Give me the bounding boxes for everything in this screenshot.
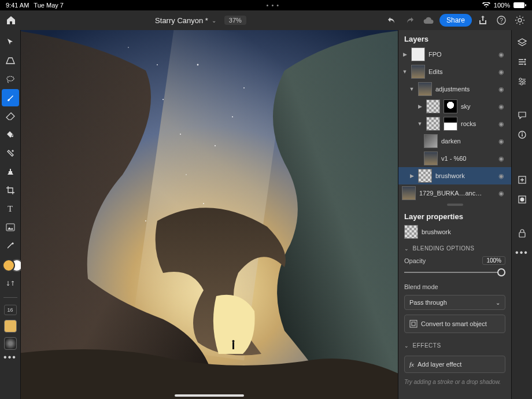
chevron-down-icon: ⌄ — [404, 343, 409, 349]
clone-stamp-tool-icon[interactable] — [2, 163, 19, 180]
layer-name: 1729_BURKA…anced-NR33 — [419, 190, 483, 197]
layer-name: sky — [461, 103, 471, 110]
fill-tool-icon[interactable] — [2, 126, 19, 143]
document-title[interactable]: Starry Canyon * ⌄ 37% — [155, 16, 246, 25]
left-toolbar: T 16 ••• — [0, 30, 21, 399]
panel-resize-handle[interactable] — [398, 202, 511, 208]
visibility-icon[interactable]: ◉ — [498, 190, 508, 197]
document-canvas[interactable] — [21, 30, 398, 399]
eyedropper-tool-icon[interactable] — [2, 237, 19, 254]
visibility-icon[interactable]: ◉ — [498, 51, 508, 58]
heal-tool-icon[interactable] — [2, 145, 19, 162]
effects-header[interactable]: ⌄ EFFECTS — [398, 338, 511, 351]
layer-row-sky[interactable]: ▶ sky ◉ — [398, 98, 511, 115]
foreground-color-swatch[interactable] — [2, 259, 15, 272]
visibility-icon[interactable]: ◉ — [498, 138, 508, 145]
svg-point-32 — [524, 64, 526, 65]
svg-point-33 — [519, 78, 522, 80]
more-tools-icon[interactable]: ••• — [2, 351, 19, 364]
layer-name: brushwork — [435, 172, 465, 179]
svg-rect-6 — [6, 224, 14, 231]
place-photo-tool-icon[interactable] — [2, 219, 19, 236]
visibility-icon[interactable]: ◉ — [498, 68, 508, 76]
layer-row-base[interactable]: 1729_BURKA…anced-NR33 ◉ — [398, 184, 511, 202]
type-tool-icon[interactable]: T — [2, 200, 19, 217]
eraser-tool-icon[interactable] — [2, 108, 19, 125]
brush-preview-swatch[interactable] — [4, 337, 17, 350]
brush-size-value[interactable]: 16 — [4, 305, 17, 315]
svg-rect-0 — [513, 2, 524, 8]
visibility-icon[interactable]: ◉ — [498, 120, 508, 128]
add-layer-effect-button[interactable]: fx Add layer effect — [404, 356, 505, 373]
blend-mode-dropdown[interactable]: Pass through ⌄ — [404, 295, 505, 310]
layers-icon[interactable] — [513, 34, 531, 51]
mask-icon[interactable] — [513, 191, 531, 208]
svg-point-4 — [518, 19, 522, 22]
comments-icon[interactable] — [513, 106, 531, 124]
svg-rect-37 — [522, 134, 523, 136]
svg-point-25 — [145, 220, 146, 221]
svg-point-28 — [232, 340, 235, 342]
cloud-icon[interactable] — [421, 13, 436, 28]
disclosure-icon[interactable]: ▼ — [402, 69, 408, 75]
blending-options-header[interactable]: ⌄ BLENDING OPTIONS — [398, 241, 511, 254]
settings-gear-icon[interactable] — [512, 13, 527, 28]
transform-tool-icon[interactable] — [2, 52, 19, 69]
layers-panel-title: Layers — [398, 30, 511, 46]
brush-tool-icon[interactable] — [2, 89, 19, 106]
layer-row-v1[interactable]: v1 - %60 ◉ — [398, 150, 511, 167]
disclosure-icon[interactable]: ▶ — [417, 104, 423, 109]
svg-point-5 — [7, 76, 14, 81]
disclosure-icon[interactable]: ▼ — [409, 86, 415, 92]
opacity-value[interactable]: 100% — [482, 256, 505, 265]
share-button[interactable]: Share — [439, 14, 472, 27]
zoom-level[interactable]: 37% — [224, 16, 246, 25]
opacity-slider[interactable] — [404, 267, 505, 278]
swap-colors-icon[interactable] — [2, 278, 19, 289]
help-icon[interactable]: ? — [494, 13, 509, 28]
lasso-tool-icon[interactable] — [2, 71, 19, 88]
layer-row-brushwork[interactable]: ▶ brushwork ◉ — [398, 167, 511, 184]
document-title-text: Starry Canyon * — [155, 16, 208, 25]
move-tool-icon[interactable] — [2, 34, 19, 51]
visibility-icon[interactable]: ◉ — [498, 86, 508, 93]
chevron-down-icon: ⌄ — [404, 246, 409, 252]
svg-point-13 — [197, 64, 199, 66]
crop-tool-icon[interactable] — [2, 182, 19, 199]
layer-properties-icon[interactable] — [513, 53, 531, 71]
brush-color-swatch[interactable] — [4, 320, 17, 332]
layer-row-adjustments[interactable]: ▼ adjustments ◉ — [398, 80, 511, 98]
layer-row-edits[interactable]: ▼ Edits ◉ — [398, 63, 511, 80]
disclosure-icon[interactable]: ▶ — [409, 173, 415, 179]
redo-icon[interactable] — [402, 13, 418, 28]
undo-icon[interactable] — [384, 13, 399, 28]
convert-smart-object-button[interactable]: Convert to smart object — [404, 315, 505, 333]
layer-row-rocks[interactable]: ▼ rocks ◉ — [398, 115, 511, 132]
lock-icon[interactable] — [513, 224, 531, 242]
svg-point-11 — [128, 47, 129, 48]
status-time: 9:41 AM — [6, 2, 29, 9]
disclosure-icon[interactable]: ▼ — [417, 121, 423, 127]
selected-layer-name: brushwork — [422, 228, 451, 235]
svg-point-23 — [203, 203, 204, 204]
battery-pct: 100% — [494, 2, 510, 9]
svg-point-34 — [523, 80, 525, 83]
add-layer-icon[interactable] — [513, 171, 531, 189]
home-indicator[interactable] — [175, 394, 244, 397]
disclosure-icon[interactable]: ▶ — [402, 51, 408, 57]
export-icon[interactable] — [475, 13, 490, 28]
info-icon[interactable] — [513, 126, 531, 143]
status-multitask-dots[interactable]: • • • — [64, 2, 482, 9]
visibility-icon[interactable]: ◉ — [498, 103, 508, 110]
fx-icon: fx — [409, 361, 414, 368]
more-icon[interactable]: ••• — [513, 244, 531, 261]
home-icon[interactable] — [5, 14, 17, 27]
visibility-icon[interactable]: ◉ — [498, 155, 508, 162]
layer-row-darken[interactable]: darken ◉ — [398, 132, 511, 150]
visibility-icon[interactable]: ◉ — [498, 172, 508, 180]
adjustments-icon[interactable] — [513, 73, 531, 90]
svg-point-14 — [232, 116, 233, 117]
layer-row-fpo[interactable]: ▶ FPO ◉ — [398, 46, 511, 63]
layer-name: adjustments — [435, 86, 470, 93]
right-panel: Layers ▶ FPO ◉ ▼ Edits ◉ ▼ adjustments ◉ — [398, 30, 511, 399]
